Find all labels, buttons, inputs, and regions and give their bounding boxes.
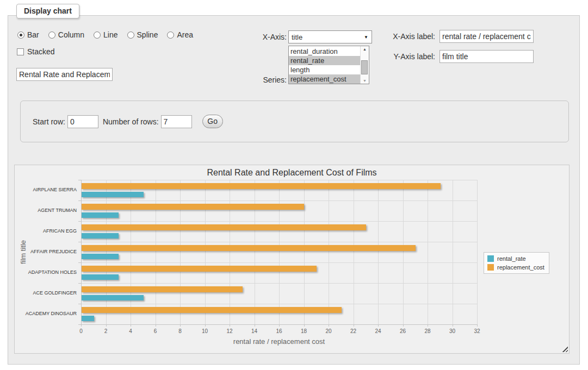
bar-replacement_cost <box>82 183 441 189</box>
bar-replacement_cost <box>82 204 304 210</box>
bar-rental_rate <box>82 233 119 239</box>
category-label: ACADEMY DINOSAUR <box>18 311 77 316</box>
gridline-vertical <box>428 180 428 324</box>
x-axis-select-value: title <box>292 33 302 41</box>
scrollbar-thumb[interactable] <box>361 60 368 74</box>
resize-handle-icon[interactable] <box>562 346 568 352</box>
gridline-vertical <box>477 180 478 324</box>
series-option-rental_duration[interactable]: rental_duration <box>289 47 360 56</box>
y-axis-label-label: Y-Axis label: <box>380 52 435 61</box>
gridline-vertical <box>180 180 181 324</box>
bar-rental_rate <box>82 316 94 321</box>
chevron-down-icon: ▼ <box>364 35 368 40</box>
gridline-vertical <box>131 180 131 324</box>
chart-title: Rental Rate and Replacement Cost of Film… <box>15 168 569 178</box>
chart-type-radio-line[interactable]: Line <box>94 30 117 39</box>
gridline-horizontal <box>81 283 477 284</box>
gridline-horizontal <box>81 304 477 304</box>
bar-replacement_cost <box>82 224 366 230</box>
x-axis-line <box>81 324 478 325</box>
x-axis-title: rental rate / replacement cost <box>81 337 477 346</box>
gridline-vertical <box>304 180 305 324</box>
chart-legend: rental_ratereplacement_cost <box>484 252 549 274</box>
series-option-replacement_cost[interactable]: replacement_cost <box>289 74 360 84</box>
radio-icon[interactable] <box>167 32 174 39</box>
gridline-horizontal <box>81 221 477 222</box>
x-tick-label: 26 <box>395 328 411 334</box>
x-tick-label: 12 <box>221 328 238 334</box>
series-scrollbar[interactable]: ▲ ▼ <box>360 46 369 84</box>
x-tick-label: 6 <box>147 328 164 334</box>
x-tick-label: 30 <box>444 328 461 334</box>
panel-title-text: Display chart <box>24 7 72 15</box>
bar-replacement_cost <box>82 266 317 272</box>
x-tick-label: 10 <box>197 328 213 334</box>
bar-replacement_cost <box>82 286 243 292</box>
gridline-vertical <box>230 180 230 324</box>
bar-replacement_cost <box>82 245 416 251</box>
radio-icon[interactable] <box>17 32 24 39</box>
category-label: AGENT TRUMAN <box>18 208 77 213</box>
chart-type-radio-spline[interactable]: Spline <box>127 30 158 39</box>
x-tick-label: 32 <box>469 328 485 334</box>
gridline-vertical <box>205 180 206 324</box>
chart-type-radio-column[interactable]: Column <box>48 30 84 39</box>
legend-item-rental_rate[interactable]: rental_rate <box>487 255 544 262</box>
y-axis-label-input[interactable] <box>440 50 534 63</box>
series-option-rental_rate[interactable]: rental_rate <box>289 56 360 65</box>
stacked-checkbox-row[interactable]: Stacked <box>17 47 55 56</box>
x-axis-label-input[interactable] <box>440 30 534 43</box>
radio-label: Column <box>58 30 84 39</box>
row-range-box: Start row: Number of rows: Go <box>20 101 569 142</box>
gridline-horizontal <box>81 180 477 180</box>
chart-type-radio-bar[interactable]: Bar <box>17 30 39 39</box>
gridline-vertical <box>378 180 379 324</box>
x-tick-label: 14 <box>246 328 263 334</box>
panel-title: Display chart <box>16 4 79 18</box>
chart-type-radio-group: BarColumnLineSplineArea <box>17 30 193 39</box>
legend-label: rental_rate <box>497 255 526 262</box>
gridline-vertical <box>403 180 404 324</box>
series-listbox[interactable]: rental_durationrental_ratelengthreplacem… <box>288 46 369 84</box>
x-axis-label-label: X-Axis label: <box>380 32 435 41</box>
legend-swatch <box>487 264 494 271</box>
bar-rental_rate <box>82 192 144 197</box>
x-tick-label: 22 <box>345 328 362 334</box>
chart-title-input[interactable] <box>16 68 113 81</box>
legend-item-replacement_cost[interactable]: replacement_cost <box>487 264 544 271</box>
gridline-vertical <box>453 180 453 324</box>
go-button[interactable]: Go <box>202 115 223 128</box>
series-option-length[interactable]: length <box>289 65 360 74</box>
gridline-vertical <box>156 180 156 324</box>
stacked-checkbox[interactable] <box>17 48 24 55</box>
chart-type-radio-area[interactable]: Area <box>167 30 193 39</box>
x-tick-label: 8 <box>172 328 188 334</box>
bar-rental_rate <box>82 212 119 218</box>
category-label: AFFAIR PREJUDICE <box>18 249 77 254</box>
number-of-rows-input[interactable] <box>161 115 192 128</box>
radio-icon[interactable] <box>127 32 134 39</box>
gridline-vertical <box>354 180 354 324</box>
scroll-down-icon[interactable]: ▼ <box>361 79 369 83</box>
series-select-label: Series: <box>245 76 287 84</box>
x-tick-label: 2 <box>98 328 114 334</box>
x-axis-select[interactable]: title ▼ <box>288 30 372 43</box>
radio-icon[interactable] <box>94 32 101 39</box>
bar-rental_rate <box>82 274 119 280</box>
gridline-horizontal <box>81 242 477 242</box>
number-of-rows-label: Number of rows: <box>103 117 159 126</box>
gridline-vertical <box>279 180 280 324</box>
x-tick-label: 16 <box>271 328 287 334</box>
stacked-label: Stacked <box>27 47 55 56</box>
y-axis-line <box>81 180 82 324</box>
series-options: rental_durationrental_ratelengthreplacem… <box>289 46 360 84</box>
legend-swatch <box>487 255 494 262</box>
category-label: AFRICAN EGG <box>18 228 77 234</box>
bar-rental_rate <box>82 254 119 259</box>
start-row-input[interactable] <box>67 115 98 128</box>
scroll-up-icon[interactable]: ▲ <box>361 47 369 51</box>
start-row-label: Start row: <box>33 117 65 126</box>
gridline-vertical <box>255 180 255 324</box>
radio-icon[interactable] <box>48 32 55 39</box>
bar-replacement_cost <box>82 307 342 313</box>
